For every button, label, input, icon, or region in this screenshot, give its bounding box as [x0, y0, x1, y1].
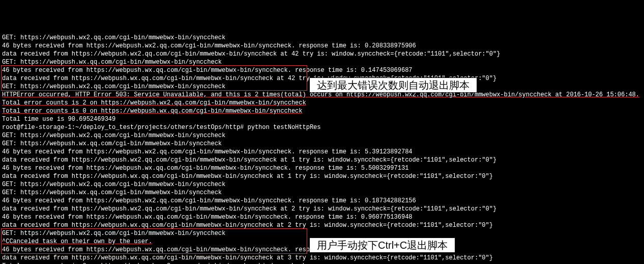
terminal-line: data received from https://webpush.wx.qq… — [2, 254, 642, 262]
annotation-max-errors: 达到最大错误次数则自动退出脚本 — [309, 77, 477, 93]
terminal-line: GET: https://webpush.wx2.qq.com/cgi-bin/… — [2, 180, 642, 189]
terminal-line: Total time use is 90.6952469349 — [2, 115, 642, 123]
terminal-line: GET: https://webpush.wx2.qq.com/cgi-bin/… — [2, 131, 642, 140]
terminal-line: 46 bytes received from https://webpush.w… — [2, 164, 642, 172]
terminal-line: data received from https://webpush.wx2.q… — [2, 156, 642, 164]
terminal-line: data received from https://webpush.wx.qq… — [2, 221, 642, 229]
terminal-line: GET: https://webpush.wx2.qq.com/cgi-bin/… — [2, 34, 642, 42]
terminal-line: 46 bytes received from https://webpush.w… — [2, 42, 642, 50]
terminal-line: 46 bytes received from https://webpush.w… — [2, 213, 642, 221]
terminal-line: GET: https://webpush.wx.qq.com/cgi-bin/m… — [2, 140, 642, 148]
terminal-line: Total error counts is 0 on https://webpu… — [2, 107, 642, 115]
terminal-line: root@file-storage-1:~/deploy_to_test/pro… — [2, 123, 642, 131]
terminal-line: Total error counts is 2 on https://webpu… — [2, 99, 642, 107]
terminal-line: data received from https://webpush.wx2.q… — [2, 50, 642, 58]
terminal-line: 46 bytes received from https://webpush.w… — [2, 66, 642, 74]
annotation-ctrl-c: 用户手动按下Ctrl+C退出脚本 — [309, 237, 455, 253]
terminal-line: 46 bytes received from https://webpush.w… — [2, 148, 642, 156]
terminal-line: GET: https://webpush.wx.qq.com/cgi-bin/m… — [2, 58, 642, 66]
terminal-line: Total error counts is 0 on https://webpu… — [2, 262, 642, 264]
terminal-line: data received from https://webpush.wx.qq… — [2, 172, 642, 180]
terminal-line: 46 bytes received from https://webpush.w… — [2, 197, 642, 205]
terminal-line: GET: https://webpush.wx2.qq.com/cgi-bin/… — [2, 229, 642, 237]
terminal-output[interactable]: GET: https://webpush.wx2.qq.com/cgi-bin/… — [0, 33, 644, 264]
terminal-line: GET: https://webpush.wx.qq.com/cgi-bin/m… — [2, 189, 642, 197]
terminal-line: data received from https://webpush.wx2.q… — [2, 205, 642, 213]
